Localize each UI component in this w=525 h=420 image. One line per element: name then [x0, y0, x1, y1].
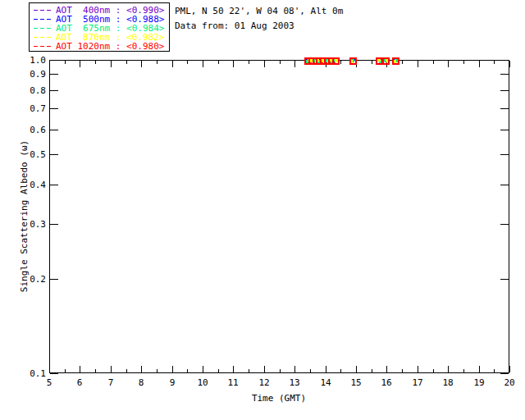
- y-tick-label: 0.4: [0, 180, 46, 189]
- y-major-tick: [50, 154, 58, 155]
- x-major-tick: [80, 366, 80, 372]
- x-tick-label: 19: [467, 378, 491, 387]
- x-major-tick: [356, 366, 357, 372]
- y-major-tick: [50, 60, 58, 61]
- x-major-tick: [386, 366, 387, 372]
- x-minor-tick: [494, 369, 495, 372]
- x-tick-label: 12: [252, 378, 276, 387]
- x-axis-title: Time (GMT): [197, 394, 361, 403]
- x-minor-tick: [126, 369, 127, 372]
- y-major-tick: [50, 108, 58, 109]
- x-major-tick: [233, 61, 234, 67]
- data-marker-aot-1020nm: [382, 57, 390, 65]
- x-major-tick: [326, 366, 326, 372]
- x-minor-tick: [249, 369, 249, 372]
- x-minor-tick: [463, 61, 464, 64]
- x-tick-label: 6: [67, 378, 92, 387]
- x-minor-tick: [157, 61, 158, 64]
- y-major-tick: [500, 279, 509, 280]
- x-minor-tick: [402, 61, 403, 64]
- y-major-tick: [500, 154, 509, 155]
- x-minor-tick: [463, 369, 464, 372]
- x-minor-tick: [433, 61, 434, 64]
- y-major-tick: [500, 185, 509, 185]
- x-tick-label: 20: [497, 378, 522, 387]
- x-major-tick: [479, 61, 480, 67]
- x-major-tick: [294, 366, 295, 372]
- x-tick-label: 9: [160, 378, 185, 387]
- x-major-tick: [264, 366, 265, 372]
- x-major-tick: [80, 61, 80, 67]
- x-minor-tick: [218, 61, 219, 64]
- x-tick-label: 7: [98, 378, 123, 387]
- y-major-tick: [500, 60, 509, 61]
- x-tick-label: 8: [129, 378, 153, 387]
- y-major-tick: [50, 279, 58, 280]
- x-minor-tick: [249, 61, 249, 64]
- plot-layer: Single Scattering Albedo (ω) Time (GMT) …: [0, 0, 525, 420]
- y-major-tick: [50, 90, 58, 91]
- x-minor-tick: [340, 369, 341, 372]
- x-major-tick: [448, 61, 449, 67]
- y-tick-label: 0.9: [0, 70, 46, 79]
- y-major-tick: [500, 74, 509, 75]
- y-major-tick: [500, 90, 509, 91]
- x-major-tick: [448, 366, 449, 372]
- y-major-tick: [50, 224, 58, 225]
- x-major-tick: [141, 366, 142, 372]
- y-tick-label: 0.8: [0, 86, 46, 95]
- data-marker-aot-1020nm: [392, 57, 399, 65]
- x-major-tick: [172, 61, 173, 67]
- x-major-tick: [49, 61, 50, 67]
- y-major-tick: [500, 373, 509, 374]
- x-tick-label: 10: [190, 378, 215, 387]
- y-tick-label: 0.6: [0, 126, 46, 135]
- x-minor-tick: [187, 61, 188, 64]
- x-major-tick: [111, 61, 112, 67]
- x-minor-tick: [157, 369, 158, 372]
- x-tick-label: 16: [374, 378, 399, 387]
- x-minor-tick: [433, 369, 434, 372]
- x-minor-tick: [65, 369, 66, 372]
- x-minor-tick: [126, 61, 127, 64]
- data-marker-aot-1020nm: [332, 57, 340, 65]
- x-major-tick: [418, 366, 418, 372]
- x-tick-label: 11: [221, 378, 245, 387]
- x-minor-tick: [402, 369, 403, 372]
- y-major-tick: [500, 108, 509, 109]
- x-minor-tick: [95, 61, 96, 64]
- x-major-tick: [203, 366, 203, 372]
- x-tick-label: 5: [37, 378, 62, 387]
- x-minor-tick: [340, 61, 341, 64]
- x-major-tick: [172, 366, 173, 372]
- data-marker-aot-1020nm: [349, 57, 357, 65]
- x-minor-tick: [65, 61, 66, 64]
- plot-page: AOT 400nm : <0.990>AOT 500nm : <0.988>AO…: [0, 0, 525, 420]
- y-major-tick: [50, 130, 58, 130]
- x-major-tick: [479, 366, 480, 372]
- y-major-tick: [500, 130, 509, 130]
- x-tick-label: 13: [282, 378, 307, 387]
- y-tick-label: 1.0: [0, 56, 46, 65]
- x-major-tick: [49, 366, 50, 372]
- x-major-tick: [111, 366, 112, 372]
- x-minor-tick: [280, 369, 281, 372]
- x-major-tick: [418, 61, 418, 67]
- y-major-tick: [50, 373, 58, 374]
- x-tick-label: 15: [344, 378, 368, 387]
- x-minor-tick: [372, 369, 372, 372]
- y-major-tick: [500, 224, 509, 225]
- x-minor-tick: [494, 61, 495, 64]
- y-tick-label: 0.5: [0, 150, 46, 159]
- x-minor-tick: [218, 369, 219, 372]
- y-tick-label: 0.7: [0, 104, 46, 113]
- x-minor-tick: [310, 369, 311, 372]
- x-tick-label: 17: [405, 378, 430, 387]
- x-minor-tick: [372, 61, 372, 64]
- x-major-tick: [509, 61, 510, 67]
- x-major-tick: [294, 61, 295, 67]
- x-tick-label: 18: [436, 378, 460, 387]
- y-major-tick: [50, 74, 58, 75]
- x-minor-tick: [187, 369, 188, 372]
- x-major-tick: [203, 61, 203, 67]
